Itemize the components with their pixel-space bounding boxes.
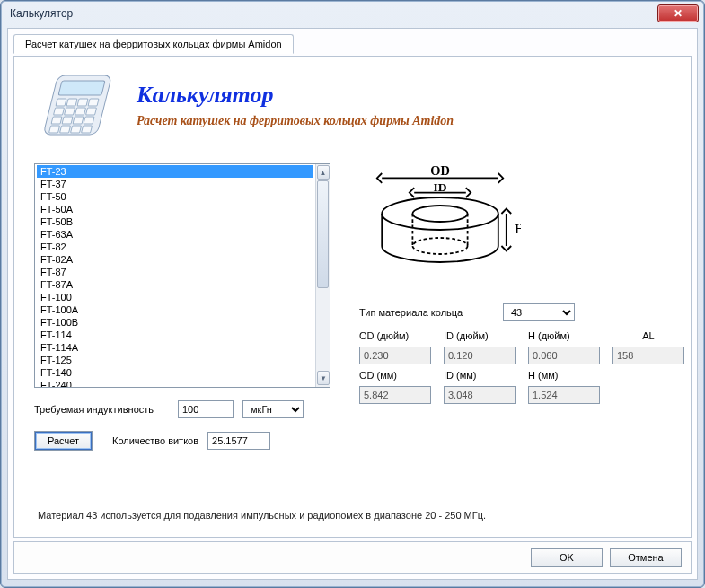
svg-rect-13 [84,117,94,124]
svg-point-22 [412,238,467,254]
material-label: Тип материала кольца [359,307,485,318]
header-texts: Калькулятор Расчет катушек на ферритовых… [137,82,454,128]
list-item[interactable]: FT-23 [37,165,313,178]
svg-rect-14 [49,126,60,133]
close-button[interactable]: ✕ [657,4,699,22]
svg-rect-6 [54,108,65,115]
material-note: Материал 43 используется для подавления … [38,510,667,521]
inductance-unit-select[interactable]: мкГн [242,400,304,418]
svg-rect-2 [56,99,66,106]
svg-rect-4 [77,99,88,106]
scroll-down-button[interactable]: ▼ [317,371,330,385]
window-title: Калькулятор [10,7,657,20]
tab-strip: Расчет катушек на ферритовых кольцах фир… [8,29,697,54]
toroid-diagram: OD ID H [359,163,521,280]
listbox-scrollbar[interactable]: ▲ ▼ [315,164,330,387]
listbox-items[interactable]: FT-23FT-37FT-50FT-50AFT-50BFT-63AFT-82FT… [35,164,315,387]
list-item[interactable]: FT-50 [37,190,313,203]
inductance-label: Требуемая индуктивность [34,404,169,415]
al-field [612,347,684,364]
scroll-thumb[interactable] [317,180,329,288]
list-item[interactable]: FT-125 [37,354,313,366]
diagram-od-label: OD [430,163,450,178]
calculator-icon [34,70,120,140]
list-item[interactable]: FT-82 [37,241,313,253]
list-item[interactable]: FT-114 [37,329,313,341]
inductance-input[interactable] [178,400,234,418]
id-in-label: ID (дюйм) [444,330,516,341]
svg-rect-5 [88,99,99,106]
right-column: OD ID H Тип материала кольца 43 OD (дюйм… [359,163,684,451]
h-in-label: H (дюйм) [528,330,600,341]
turns-label: Количество витков [112,435,198,446]
app-window: Калькулятор ✕ Расчет катушек на ферритов… [0,0,705,588]
scroll-up-button[interactable]: ▲ [317,165,330,180]
list-item[interactable]: FT-50A [37,203,313,215]
svg-rect-17 [82,126,93,133]
dialog-footer: OK Отмена [13,541,692,574]
list-item[interactable]: FT-50B [37,215,313,228]
page-title: Калькулятор [137,82,454,109]
id-mm-label: ID (мм) [444,370,516,381]
close-icon: ✕ [674,7,683,20]
diagram-id-label: ID [433,180,446,194]
h-mm-field [528,386,600,404]
calc-row: Расчет Количество витков [34,431,330,451]
od-mm-field [359,386,431,404]
list-item[interactable]: FT-240 [37,379,313,387]
page-subtitle: Расчет катушек на ферритовых кольцах фир… [137,114,454,128]
svg-rect-12 [73,117,84,124]
svg-rect-9 [86,108,97,115]
page-header: Калькулятор Расчет катушек на ферритовых… [34,70,671,140]
od-in-label: OD (дюйм) [359,330,431,341]
tab-label: Расчет катушек на ферритовых кольцах фир… [25,39,282,49]
diagram-h-label: H [515,222,521,236]
inductance-row: Требуемая индуктивность мкГн [34,400,330,418]
svg-rect-8 [75,108,86,115]
h-in-field [528,347,600,364]
content-area: FT-23FT-37FT-50FT-50AFT-50BFT-63AFT-82FT… [34,163,671,451]
list-item[interactable]: FT-87A [37,278,313,291]
list-item[interactable]: FT-100A [37,303,313,316]
list-item[interactable]: FT-82A [37,253,313,266]
svg-rect-7 [65,108,75,115]
turns-output[interactable] [207,432,270,450]
list-item[interactable]: FT-100B [37,316,313,329]
titlebar[interactable]: Калькулятор ✕ [1,1,704,26]
core-listbox[interactable]: FT-23FT-37FT-50FT-50AFT-50BFT-63AFT-82FT… [34,163,330,388]
svg-rect-10 [51,117,62,124]
client-area: Расчет катушек на ферритовых кольцах фир… [7,28,698,580]
h-mm-label: H (мм) [528,370,600,381]
svg-rect-16 [71,126,82,133]
ok-button[interactable]: OK [531,548,603,567]
svg-point-20 [382,197,498,230]
id-in-field [444,347,516,364]
list-item[interactable]: FT-37 [37,178,313,190]
od-in-field [359,347,431,364]
tab-amidon[interactable]: Расчет катушек на ферритовых кольцах фир… [13,34,294,54]
list-item[interactable]: FT-87 [37,266,313,278]
material-row: Тип материала кольца 43 [359,303,684,321]
list-item[interactable]: FT-63A [37,228,313,241]
params-grid: OD (дюйм) ID (дюйм) H (дюйм) AL OD (мм) … [359,330,684,404]
calculate-button[interactable]: Расчет [34,431,93,451]
tab-page: Калькулятор Расчет катушек на ферритовых… [13,56,692,538]
id-mm-field [444,386,516,404]
od-mm-label: OD (мм) [359,370,431,381]
list-item[interactable]: FT-140 [37,366,313,379]
svg-rect-11 [62,117,73,124]
svg-rect-1 [58,81,105,95]
material-select[interactable]: 43 [503,303,575,321]
svg-rect-3 [66,99,77,106]
left-column: FT-23FT-37FT-50FT-50AFT-50BFT-63AFT-82FT… [34,163,330,451]
tab-divider [13,56,692,57]
svg-rect-15 [60,126,71,133]
list-item[interactable]: FT-114A [37,341,313,354]
cancel-button[interactable]: Отмена [610,548,682,567]
al-label: AL [612,330,684,341]
list-item[interactable]: FT-100 [37,291,313,303]
